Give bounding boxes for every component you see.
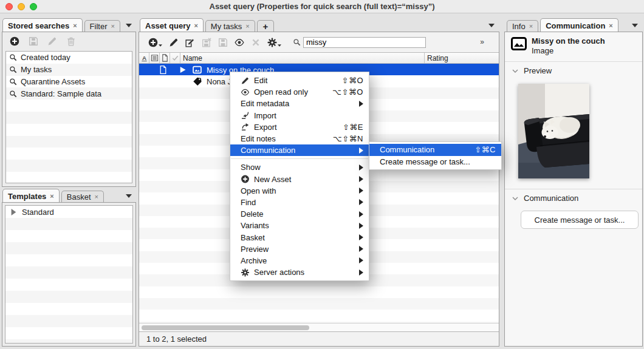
tab-basket[interactable]: Basket × <box>61 191 104 203</box>
new-asset-button[interactable] <box>148 38 162 47</box>
view-icon[interactable] <box>235 38 244 47</box>
divider <box>505 61 642 62</box>
pencil-icon <box>241 76 250 85</box>
preview-image[interactable] <box>518 84 589 178</box>
menu-item-edit[interactable]: Edit⇧⌘O <box>230 75 369 86</box>
menu-item-new-asset[interactable]: New Asset <box>230 174 369 185</box>
communication-section-header[interactable]: Communication <box>512 194 578 203</box>
panel-menu-icon[interactable] <box>632 24 638 27</box>
empty-row <box>5 230 132 242</box>
menu-shortcut: ⇧⌘O <box>341 76 363 85</box>
close-icon[interactable]: × <box>609 22 612 29</box>
menu-item-open-read-only[interactable]: Open read only⌥⇧⌘O <box>230 86 369 98</box>
menu-item-export[interactable]: Export⇧⌘E <box>230 121 369 133</box>
stored-search-item-my-tasks[interactable]: My tasks <box>6 64 132 76</box>
column-header-list[interactable] <box>149 53 160 63</box>
create-message-button[interactable]: Create message or task... <box>521 211 639 229</box>
column-header-font[interactable]: A <box>139 53 149 63</box>
close-icon[interactable]: × <box>245 23 249 30</box>
submenu-arrow-icon <box>359 147 363 154</box>
empty-row <box>5 327 132 339</box>
titlebar: Asset query (Properties for quick search… <box>0 0 644 13</box>
edit-metadata-icon[interactable] <box>185 38 195 47</box>
panel-menu-icon[interactable] <box>126 194 132 198</box>
quick-search-input[interactable] <box>303 37 426 48</box>
menu-item-label: Edit <box>254 76 267 85</box>
menu-item-import[interactable]: Import <box>230 110 369 121</box>
menu-item-delete[interactable]: Delete <box>230 208 369 220</box>
menu-item-label: Show <box>241 163 261 172</box>
menu-item-preview[interactable]: Preview <box>230 243 369 255</box>
tab-stored-searches[interactable]: Stored searches × <box>2 18 83 32</box>
edit-asset-icon[interactable] <box>169 38 179 47</box>
column-header-check[interactable] <box>170 53 180 63</box>
menu-item-archive[interactable]: Archive <box>230 255 369 266</box>
empty-row <box>6 172 132 183</box>
menu-item-communication[interactable]: Communication⇧⌘C <box>369 144 501 156</box>
menu-item-label: Variants <box>241 221 269 230</box>
stored-search-item-standard-sample-data[interactable]: Standard: Sample data <box>6 87 132 100</box>
tab-label: Stored searches <box>8 21 69 30</box>
list-item-label: Standard: Sample data <box>21 89 101 98</box>
empty-row <box>6 160 132 172</box>
zoom-window-button[interactable] <box>30 3 37 10</box>
menu-item-label: Edit notes <box>241 134 276 143</box>
menu-item-label: Find <box>241 198 256 207</box>
section-label: Communication <box>524 194 578 203</box>
horizontal-scrollbar[interactable] <box>139 323 499 331</box>
close-icon[interactable]: × <box>73 22 77 29</box>
menu-item-find[interactable]: Find <box>230 197 369 208</box>
column-header-name[interactable]: Name <box>180 53 425 63</box>
column-header-rating[interactable]: Rating <box>425 53 499 63</box>
preview-section-header[interactable]: Preview <box>512 66 552 75</box>
close-icon[interactable]: × <box>50 193 53 200</box>
menu-item-edit-notes[interactable]: Edit notes⌥⇧⌘N <box>230 133 369 144</box>
add-search-icon[interactable] <box>10 36 19 46</box>
empty-row <box>5 279 132 291</box>
menu-item-show[interactable]: Show <box>230 161 369 173</box>
minimize-window-button[interactable] <box>18 3 25 10</box>
close-icon[interactable]: × <box>95 194 98 200</box>
tab-templates[interactable]: Templates × <box>2 189 60 203</box>
tab-asset-query[interactable]: Asset query × <box>140 18 204 32</box>
template-item-standard[interactable]: Standard <box>5 206 132 218</box>
toolbar-overflow-button[interactable]: » <box>480 38 484 46</box>
scrollbar-thumb[interactable] <box>142 325 309 330</box>
menu-item-edit-metadata[interactable]: Edit metadata <box>230 98 369 109</box>
tab-filter[interactable]: Filter × <box>84 20 120 32</box>
tab-info[interactable]: Info × <box>507 20 538 32</box>
save-icon <box>218 38 228 47</box>
expand-play-icon <box>178 65 187 74</box>
magnifier-icon <box>9 53 17 61</box>
tab-communication[interactable]: Communication × <box>540 18 618 32</box>
submenu-arrow-icon <box>359 234 363 240</box>
delete-search-icon <box>66 36 76 46</box>
import-icon <box>241 111 250 120</box>
close-icon[interactable]: × <box>111 23 115 30</box>
stored-search-item-created-today[interactable]: Created today <box>6 52 132 64</box>
empty-row <box>5 266 132 279</box>
save-discard-icon <box>202 38 211 47</box>
menu-item-communication[interactable]: Communication <box>230 144 369 156</box>
actions-button[interactable] <box>267 38 281 47</box>
panel-menu-icon[interactable] <box>126 24 132 27</box>
close-icon[interactable]: × <box>529 23 533 30</box>
menu-item-server-actions[interactable]: Server actions <box>230 266 369 278</box>
new-tab-button[interactable]: + <box>257 20 275 32</box>
menu-item-variants[interactable]: Variants <box>230 220 369 231</box>
export-icon <box>241 123 250 131</box>
expand-triangle-icon[interactable] <box>11 209 16 215</box>
close-window-button[interactable] <box>5 3 13 10</box>
tab-my-tasks[interactable]: My tasks × <box>205 20 255 32</box>
letter-a-icon: A <box>140 54 148 62</box>
list-item-label: Created today <box>21 53 70 62</box>
menu-item-open-with[interactable]: Open with <box>230 185 369 197</box>
panel-menu-icon[interactable] <box>488 24 495 27</box>
stored-search-item-quarantine-assets[interactable]: Quarantine Assets <box>6 76 132 88</box>
communication-submenu: Communication⇧⌘CCreate message or task..… <box>369 141 502 170</box>
column-header-doc[interactable] <box>160 53 170 63</box>
table-header: A Name Rating <box>139 52 499 64</box>
menu-item-basket[interactable]: Basket <box>230 231 369 243</box>
menu-item-create-message-or-task[interactable]: Create message or task... <box>369 156 501 168</box>
close-icon[interactable]: × <box>194 22 197 29</box>
